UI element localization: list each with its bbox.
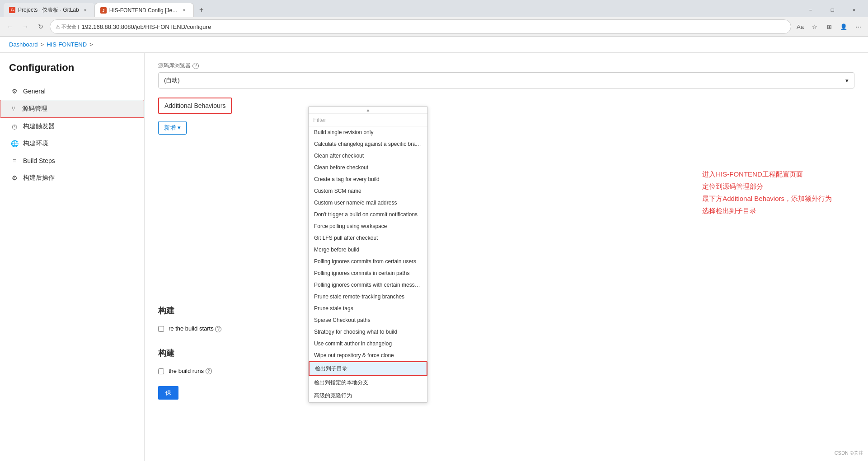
annotation-line2: 定位到源码管理部分: [702, 180, 832, 192]
trigger-icon: ◷: [10, 122, 19, 130]
filter-input[interactable]: [309, 114, 427, 126]
back-button[interactable]: ←: [4, 20, 16, 33]
sidebar-item-buildsteps[interactable]: ≡ Build Steps: [0, 152, 144, 169]
security-indicator: ⚠ 不安全 |: [56, 23, 79, 30]
dropdown-item-custom-user[interactable]: Custom user name/e-mail address: [309, 197, 427, 209]
during-build-checkbox[interactable]: [158, 368, 164, 374]
postbuild-icon: ⚙: [10, 174, 19, 182]
during-build-help-icon[interactable]: ?: [206, 368, 212, 374]
dropdown-item-changelog[interactable]: Calculate changelog against a specific b…: [309, 138, 427, 150]
during-build-label: the build runs ?: [169, 368, 212, 375]
tab-gitlab-close[interactable]: ×: [82, 6, 89, 14]
additional-behaviours-label: Additional Behaviours: [164, 102, 225, 109]
dropdown-item-polling-certain-paths[interactable]: Polling ignores commits in certain paths: [309, 267, 427, 279]
sidebar-item-source[interactable]: ⑂ 源码管理: [0, 100, 144, 118]
before-build-row: re the build starts ?: [158, 322, 221, 335]
address-bar: ← → ↻ ⚠ 不安全 | 192.168.88.30:8080/job/HIS…: [0, 17, 868, 36]
sidebar-item-trigger-label: 构建触发器: [23, 122, 55, 130]
dropdown-item-git-lfs[interactable]: Git LFS pull after checkout: [309, 232, 427, 244]
dropdown-item-commit-author[interactable]: Use commit author in changelog: [309, 338, 427, 349]
sidebar-item-trigger[interactable]: ◷ 构建触发器: [0, 118, 144, 135]
additional-behaviours-section: Additional Behaviours: [158, 98, 232, 114]
dropdown-panel: ▲ Build single revision onlyCalculate ch…: [308, 106, 428, 403]
dropdown-item-merge-before[interactable]: Merge before build: [309, 244, 427, 256]
before-build-help-icon[interactable]: ?: [215, 326, 221, 332]
tab-jenkins-title: HIS-FONTEND Config [Jenkins]: [109, 7, 178, 14]
breadcrumb-sep2: >: [89, 41, 93, 48]
more-button[interactable]: ⋯: [852, 20, 864, 33]
minimize-button[interactable]: −: [800, 3, 821, 17]
dropdown-item-wipe-out[interactable]: Wipe out repository & force clone: [309, 349, 427, 361]
favorites-button[interactable]: ☆: [808, 20, 821, 33]
dropdown-item-checkout-dir[interactable]: 检出到子目录: [309, 361, 427, 376]
sidebar-item-postbuild[interactable]: ⚙ 构建后操作: [0, 169, 144, 186]
csdn-watermark: CSDN ©关注: [835, 450, 863, 456]
sidebar-item-env[interactable]: 🌐 构建环境: [0, 135, 144, 152]
tab-gitlab[interactable]: G Projects · 仪表板 · GitLab ×: [4, 3, 94, 17]
dropdown-item-sparse-checkout[interactable]: Sparse Checkout paths: [309, 314, 427, 326]
dropdown-item-polling-certain-users[interactable]: Polling ignores commits from certain use…: [309, 256, 427, 267]
sidebar-item-postbuild-label: 构建后操作: [23, 174, 55, 182]
url-bar[interactable]: ⚠ 不安全 | 192.168.88.30:8080/job/HIS-FONTE…: [50, 19, 791, 34]
page-wrapper: Configuration ⚙ General ⑂ 源码管理 ◷ 构建触发器 🌐…: [0, 53, 868, 461]
gear-icon: ⚙: [10, 87, 19, 95]
tab-gitlab-title: Projects · 仪表板 · GitLab: [18, 6, 79, 14]
dropdown-item-custom-scm[interactable]: Custom SCM name: [309, 185, 427, 197]
main-content: 源码库浏览器 ? (自动) ▾ Additional Behaviours 新增…: [145, 53, 868, 461]
window-controls: − □ ×: [800, 3, 864, 17]
dropdown-item-checkout-local[interactable]: 检出到指定的本地分支: [309, 376, 427, 389]
annotation-text: 进入HIS-FONTEND工程配置页面 定位到源码管理部分 最下方Additio…: [702, 168, 832, 217]
breadcrumb: Dashboard > HIS-FONTEND >: [0, 37, 868, 53]
sidebar-title: Configuration: [0, 62, 144, 83]
dropdown-item-polling-certain-messages[interactable]: Polling ignores commits with certain mes…: [309, 279, 427, 291]
before-build-checkbox[interactable]: [158, 326, 164, 332]
chevron-down-icon: ▾: [845, 77, 849, 84]
sidebar-item-general[interactable]: ⚙ General: [0, 83, 144, 100]
jenkins-favicon: J: [100, 7, 107, 14]
breadcrumb-his-fontend[interactable]: HIS-FONTEND: [47, 41, 87, 48]
sidebar-item-source-label: 源码管理: [22, 105, 47, 113]
save-button[interactable]: 保: [158, 386, 178, 400]
source-browser-value: (自动): [164, 76, 180, 84]
dropdown-item-clean-after[interactable]: Clean after checkout: [309, 150, 427, 162]
annotation-line4: 选择检出到子目录: [702, 205, 832, 217]
sidebar: Configuration ⚙ General ⑂ 源码管理 ◷ 构建触发器 🌐…: [0, 53, 145, 461]
add-behaviour-label: 新增 ▾: [164, 124, 181, 132]
browser-chrome: G Projects · 仪表板 · GitLab × J HIS-FONTEN…: [0, 0, 868, 37]
tab-jenkins-close[interactable]: ×: [181, 7, 188, 14]
source-browser-label: 源码库浏览器 ?: [158, 62, 854, 70]
before-build-label: re the build starts ?: [169, 325, 221, 332]
scroll-top-indicator: ▲: [309, 107, 427, 114]
dropdown-item-clean-before[interactable]: Clean before checkout: [309, 162, 427, 173]
address-icons: Aa ☆ ⊞ 👤 ⋯: [794, 20, 864, 33]
maximize-button[interactable]: □: [822, 3, 843, 17]
tab-jenkins[interactable]: J HIS-FONTEND Config [Jenkins] ×: [94, 3, 194, 17]
new-tab-button[interactable]: +: [196, 4, 207, 16]
buildsteps-icon: ≡: [10, 157, 19, 165]
source-icon: ⑂: [9, 105, 18, 113]
dropdown-item-build-single[interactable]: Build single revision only: [309, 126, 427, 138]
refresh-button[interactable]: ↻: [34, 20, 47, 33]
source-browser-help-icon[interactable]: ?: [192, 63, 199, 69]
source-browser-select[interactable]: (自动) ▾: [158, 72, 854, 88]
dropdown-item-create-tag[interactable]: Create a tag for every build: [309, 173, 427, 185]
add-behaviour-button[interactable]: 新增 ▾: [158, 121, 187, 135]
profile-button[interactable]: 👤: [837, 20, 850, 33]
reader-mode-button[interactable]: Aa: [794, 20, 807, 33]
close-button[interactable]: ×: [844, 3, 864, 17]
dropdown-item-dont-trigger[interactable]: Don't trigger a build on commit notifica…: [309, 209, 427, 220]
annotation-line3: 最下方Additional Behaviors，添加额外行为: [702, 192, 832, 205]
dropdown-item-force-polling[interactable]: Force polling using workspace: [309, 220, 427, 232]
forward-button[interactable]: →: [19, 20, 32, 33]
breadcrumb-dashboard[interactable]: Dashboard: [9, 41, 38, 48]
collections-button[interactable]: ⊞: [823, 20, 835, 33]
during-build-row: the build runs ?: [158, 365, 212, 377]
dropdown-item-advanced-clone[interactable]: 高级的克隆行为: [309, 389, 427, 402]
dropdown-item-strategy[interactable]: Strategy for choosing what to build: [309, 326, 427, 338]
dropdown-item-prune-remote[interactable]: Prune stale remote-tracking branches: [309, 291, 427, 303]
sidebar-item-env-label: 构建环境: [23, 140, 48, 148]
dropdown-list: Build single revision onlyCalculate chan…: [309, 126, 427, 402]
dropdown-item-prune-tags[interactable]: Prune stale tags: [309, 303, 427, 314]
url-text: 192.168.88.30:8080/job/HIS-FONTEND/confi…: [82, 23, 211, 30]
sidebar-item-general-label: General: [23, 88, 46, 95]
